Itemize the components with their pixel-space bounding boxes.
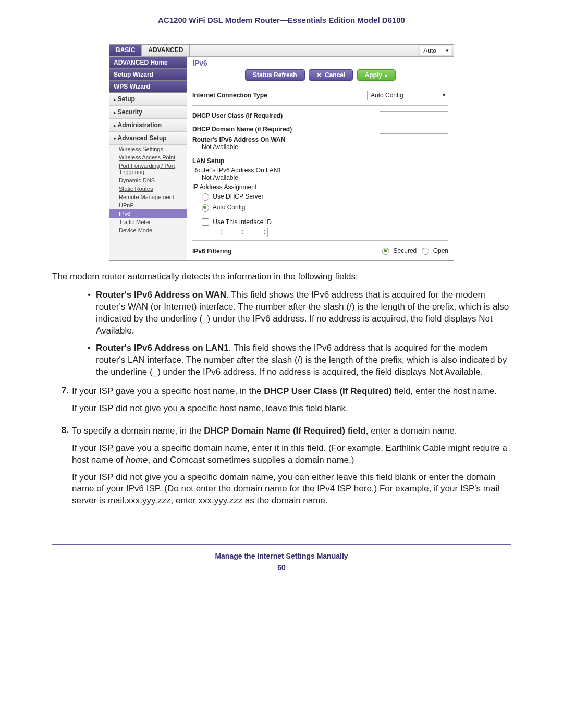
sidebar-item-upnp[interactable]: UPnP <box>109 201 187 209</box>
use-interface-id-label: Use This Interface ID <box>213 218 272 226</box>
router-ui-screenshot: BASIC ADVANCED Auto ADVANCED Home Setup … <box>109 44 454 261</box>
wan-addr-value: Not Available <box>192 143 448 151</box>
apply-button[interactable]: Apply▸ <box>357 69 396 81</box>
open-label: Open <box>433 247 448 254</box>
tab-advanced[interactable]: ADVANCED <box>142 45 190 56</box>
sidebar: ADVANCED Home Setup Wizard WPS Wizard Se… <box>109 57 187 260</box>
iface-id-2[interactable] <box>224 228 240 237</box>
status-refresh-button[interactable]: Status Refresh <box>245 69 305 81</box>
step-number-8: 8. <box>52 425 72 513</box>
secured-radio[interactable] <box>382 248 389 255</box>
sidebar-advanced-home[interactable]: ADVANCED Home <box>109 57 187 69</box>
ip-assign-label: IP Address Assignment <box>192 183 448 191</box>
sidebar-item-traffic-meter[interactable]: Traffic Meter <box>109 218 187 226</box>
iface-id-1[interactable] <box>202 228 218 237</box>
iface-id-3[interactable] <box>246 228 262 237</box>
dhcp-domain-label: DHCP Domain Name (if Required) <box>192 126 292 133</box>
wan-addr-label: Router's IPv6 Address On WAN <box>192 136 448 143</box>
language-select[interactable]: Auto <box>420 46 451 55</box>
lan1-addr-label: Router's IPv6 Address On LAN1 <box>192 167 448 174</box>
sidebar-item-ddns[interactable]: Dynamic DNS <box>109 176 187 184</box>
open-radio[interactable] <box>422 248 429 255</box>
ict-label: Internet Connection Type <box>192 92 267 99</box>
dhcp-user-class-label: DHCP User Class (if Required) <box>192 112 283 119</box>
secured-label: Secured <box>394 247 417 254</box>
footer-section-title: Manage the Internet Settings Manually <box>52 552 511 560</box>
lan-setup-label: LAN Setup <box>192 157 448 165</box>
auto-config-label: Auto Config <box>213 204 246 211</box>
sidebar-item-port-forwarding[interactable]: Port Forwarding / Port Triggering <box>109 162 187 176</box>
page-title: IPv6 <box>192 59 448 67</box>
bullet-lan1: Router's IPv6 Address on LAN1. This fiel… <box>88 342 511 378</box>
use-dhcp-radio[interactable] <box>202 193 209 201</box>
step-number-7: 7. <box>52 386 72 420</box>
sidebar-administration[interactable]: Administration <box>109 119 187 132</box>
intro-paragraph: The modem router automatically detects t… <box>52 271 511 283</box>
dhcp-domain-input[interactable] <box>380 125 448 134</box>
step-8-body: To specify a domain name, in the DHCP Do… <box>72 425 511 513</box>
footer-page-number: 60 <box>52 563 511 572</box>
bullet-wan: Router's IPv6 Address on WAN. This field… <box>88 289 511 337</box>
sidebar-item-device-mode[interactable]: Device Mode <box>109 226 187 235</box>
tab-basic[interactable]: BASIC <box>109 45 142 56</box>
sidebar-advanced-setup[interactable]: Advanced Setup <box>109 132 187 145</box>
auto-config-radio[interactable] <box>202 204 209 212</box>
doc-header: AC1200 WiFi DSL Modem Router—Essentials … <box>52 16 511 24</box>
iface-id-4[interactable] <box>267 228 284 237</box>
lan1-addr-value: Not Available <box>192 174 448 181</box>
sidebar-setup-wizard[interactable]: Setup Wizard <box>109 69 187 81</box>
bullet-list: Router's IPv6 Address on WAN. This field… <box>67 289 511 378</box>
sidebar-item-wap[interactable]: Wireless Access Point <box>109 153 187 162</box>
sidebar-security[interactable]: Security <box>109 106 187 119</box>
sidebar-item-static-routes[interactable]: Static Routes <box>109 184 187 193</box>
ipv6-filtering-label: IPv6 Filtering <box>192 248 231 255</box>
sidebar-item-remote-mgmt[interactable]: Remote Management <box>109 193 187 201</box>
page-footer: Manage the Internet Settings Manually 60 <box>52 544 511 572</box>
use-interface-id-checkbox[interactable] <box>202 218 209 226</box>
ict-select[interactable]: Auto Config <box>367 91 448 100</box>
cancel-button[interactable]: ✕Cancel <box>309 69 353 81</box>
sidebar-wps-wizard[interactable]: WPS Wizard <box>109 81 187 93</box>
sidebar-item-wireless-settings[interactable]: Wireless Settings <box>109 145 187 153</box>
step-7-body: If your ISP gave you a specific host nam… <box>72 386 511 420</box>
sidebar-setup[interactable]: Setup <box>109 93 187 106</box>
dhcp-user-class-input[interactable] <box>380 111 448 120</box>
use-dhcp-label: Use DHCP Server <box>213 193 263 200</box>
sidebar-item-ipv6[interactable]: IPv6 <box>109 209 187 218</box>
